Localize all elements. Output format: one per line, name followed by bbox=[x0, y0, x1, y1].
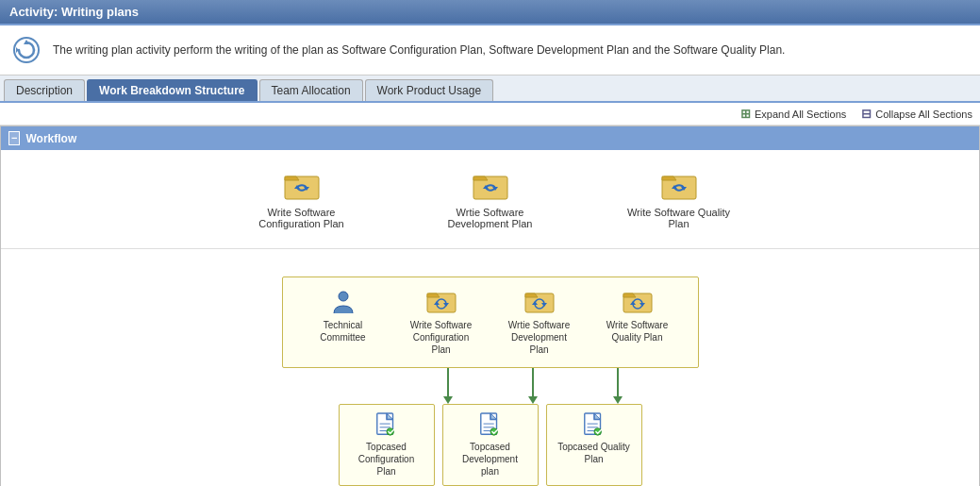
inner-diagram: Technical Committee Write Software Con bbox=[282, 277, 699, 486]
section-title: Workflow bbox=[25, 132, 76, 145]
arrow-col-2 bbox=[490, 368, 575, 404]
person-icon bbox=[330, 289, 357, 315]
task-item-1[interactable]: Write Software Configuration Plan bbox=[245, 169, 358, 229]
tasks-row: Write Software Configuration Plan Wrtie … bbox=[245, 169, 736, 229]
inner-task-label-2: Wrtie Software Development Plan bbox=[502, 319, 577, 356]
collapse-icon: ⊟ bbox=[861, 107, 872, 121]
content-area: − Workflow Write Software bbox=[0, 126, 980, 486]
section-toggle[interactable]: − bbox=[8, 131, 20, 145]
top-tasks-area: Write Software Configuration Plan Wrtie … bbox=[1, 150, 979, 249]
toolbar: ⊞ Expand All Sections ⊟ Collapse All Sec… bbox=[0, 103, 980, 126]
arrow-line-2 bbox=[532, 368, 534, 396]
bottom-box-3[interactable]: Topcased Quality Plan bbox=[546, 404, 642, 486]
tab-wbs[interactable]: Work Breakdown Structure bbox=[87, 79, 257, 101]
svg-point-12 bbox=[339, 292, 348, 301]
task-label-2: Wrtie Software Development Plan bbox=[434, 207, 547, 229]
doc-icon-3 bbox=[582, 412, 606, 437]
bottom-label-1: Topcased Configuration Plan bbox=[349, 441, 424, 478]
task-label-1: Write Software Configuration Plan bbox=[245, 207, 358, 229]
expand-label: Expand All Sections bbox=[755, 109, 846, 120]
bottom-box-2[interactable]: Topcased Development plan bbox=[442, 404, 539, 486]
section-header: − Workflow bbox=[1, 126, 979, 150]
description-text: The writing plan activity perform the wr… bbox=[53, 42, 785, 59]
inner-task-3[interactable]: Write Software Quality Plan bbox=[589, 285, 687, 347]
task-icon-3 bbox=[660, 169, 698, 203]
inner-task-2[interactable]: Wrtie Software Development Plan bbox=[490, 285, 589, 360]
arrow-col-3 bbox=[575, 368, 660, 404]
inner-diagram-area: Technical Committee Write Software Con bbox=[1, 249, 979, 486]
tab-team[interactable]: Team Allocation bbox=[259, 79, 363, 101]
arrow-col-1 bbox=[406, 368, 490, 404]
collapse-all-button[interactable]: ⊟ Collapse All Sections bbox=[861, 107, 972, 121]
task-icon-2 bbox=[472, 169, 509, 203]
doc-icon-2 bbox=[478, 412, 503, 437]
inner-task-icon-3 bbox=[623, 289, 653, 315]
collapse-label: Collapse All Sections bbox=[875, 109, 972, 120]
tabs-row: Description Work Breakdown Structure Tea… bbox=[0, 75, 980, 103]
arrow-head-1 bbox=[443, 396, 453, 404]
committee-label: Technical Committee bbox=[306, 319, 381, 344]
expand-icon: ⊞ bbox=[740, 107, 751, 121]
task-item-3[interactable]: Write Software Quality Plan bbox=[623, 169, 736, 229]
arrow-head-2 bbox=[528, 396, 538, 404]
task-icon-1 bbox=[283, 169, 321, 203]
description-row: The writing plan activity perform the wr… bbox=[0, 25, 980, 75]
workflow-panel: − Workflow Write Software bbox=[0, 126, 980, 486]
task-item-2[interactable]: Wrtie Software Development Plan bbox=[434, 169, 547, 229]
doc-icon-1 bbox=[374, 412, 399, 437]
inner-task-label-1: Write Software Configuration Plan bbox=[404, 319, 479, 356]
inner-task-icon-1 bbox=[426, 289, 457, 315]
inner-committee[interactable]: Technical Committee bbox=[294, 285, 392, 347]
task-label-3: Write Software Quality Plan bbox=[623, 207, 736, 229]
bottom-box-1[interactable]: Topcased Configuration Plan bbox=[339, 404, 435, 486]
refresh-icon bbox=[11, 35, 42, 65]
inner-task-label-3: Write Software Quality Plan bbox=[600, 319, 675, 344]
expand-all-button[interactable]: ⊞ Expand All Sections bbox=[740, 107, 846, 121]
inner-task-1[interactable]: Write Software Configuration Plan bbox=[392, 285, 490, 360]
top-yellow-box: Technical Committee Write Software Con bbox=[282, 277, 699, 368]
bottom-boxes-row: Topcased Configuration Plan bbox=[339, 404, 642, 486]
bottom-label-2: Topcased Development plan bbox=[453, 441, 528, 478]
arrow-line-3 bbox=[617, 368, 619, 396]
arrow-head-3 bbox=[613, 396, 623, 404]
bottom-label-3: Topcased Quality Plan bbox=[556, 441, 632, 465]
inner-task-icon-2 bbox=[524, 289, 555, 315]
page-title: Activity: Writing plans bbox=[0, 0, 980, 25]
tab-description[interactable]: Description bbox=[4, 79, 85, 101]
arrow-line-1 bbox=[447, 368, 449, 396]
arrows-row bbox=[321, 368, 660, 404]
tab-wpu[interactable]: Work Product Usage bbox=[365, 79, 494, 101]
